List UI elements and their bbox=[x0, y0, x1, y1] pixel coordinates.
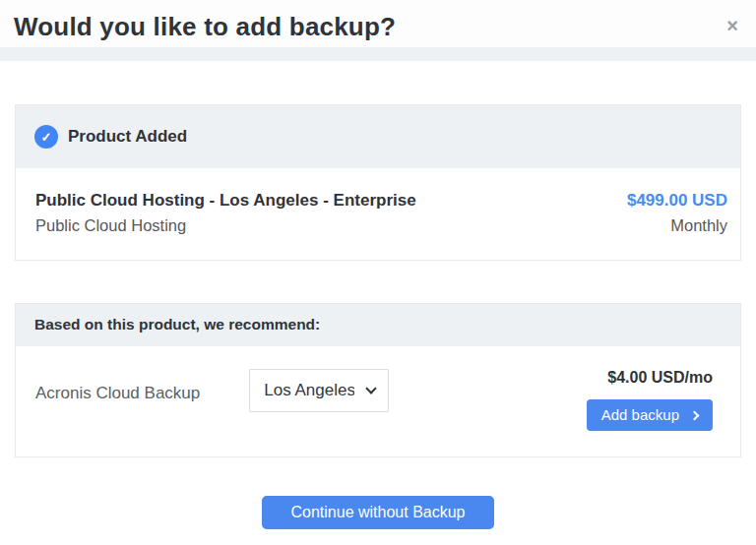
check-icon: ✓ bbox=[41, 130, 52, 145]
check-circle-icon: ✓ bbox=[34, 125, 58, 149]
close-button[interactable]: × bbox=[723, 14, 742, 37]
product-added-card: ✓ Product Added Public Cloud Hosting - L… bbox=[15, 104, 741, 261]
product-price: $499.00 USD bbox=[627, 190, 727, 212]
product-row: Public Cloud Hosting - Los Angeles - Ent… bbox=[16, 168, 740, 260]
add-backup-button-label: Add backup bbox=[601, 406, 679, 423]
add-backup-button[interactable]: Add backup bbox=[587, 399, 713, 431]
recommendation-card: Based on this product, we recommend: Acr… bbox=[15, 303, 741, 457]
recommendation-heading: Based on this product, we recommend: bbox=[34, 316, 320, 333]
close-icon: × bbox=[726, 15, 738, 36]
product-subtitle: Public Cloud Hosting bbox=[35, 214, 416, 238]
product-added-label: Product Added bbox=[68, 127, 187, 147]
spacer bbox=[0, 261, 756, 303]
recommendation-row: Acronis Cloud Backup Los Angeles $4.00 U… bbox=[16, 346, 740, 456]
modal-header: Would you like to add backup? × bbox=[0, 0, 756, 47]
spacer bbox=[0, 61, 756, 104]
recommendation-price-block: $4.00 USD/mo Add backup bbox=[587, 369, 713, 431]
billing-cycle: Monthly bbox=[627, 214, 727, 238]
chevron-right-icon bbox=[690, 410, 700, 420]
product-name: Public Cloud Hosting - Los Angeles - Ent… bbox=[35, 190, 416, 212]
header-divider bbox=[0, 47, 756, 61]
continue-without-backup-button[interactable]: Continue without Backup bbox=[262, 496, 494, 529]
recommended-product-label: Acronis Cloud Backup bbox=[35, 384, 200, 403]
product-added-card-header: ✓ Product Added bbox=[16, 105, 740, 168]
product-info: Public Cloud Hosting - Los Angeles - Ent… bbox=[35, 190, 416, 238]
backup-price: $4.00 USD/mo bbox=[607, 369, 713, 387]
modal-footer: Continue without Backup bbox=[0, 457, 756, 545]
location-select-wrapper: Los Angeles bbox=[249, 369, 389, 412]
modal-title: Would you like to add backup? bbox=[14, 12, 396, 42]
location-select[interactable]: Los Angeles bbox=[249, 369, 389, 412]
continue-button-label: Continue without Backup bbox=[291, 504, 466, 520]
recommendation-card-header: Based on this product, we recommend: bbox=[16, 304, 740, 346]
product-price-column: $499.00 USD Monthly bbox=[627, 190, 727, 238]
